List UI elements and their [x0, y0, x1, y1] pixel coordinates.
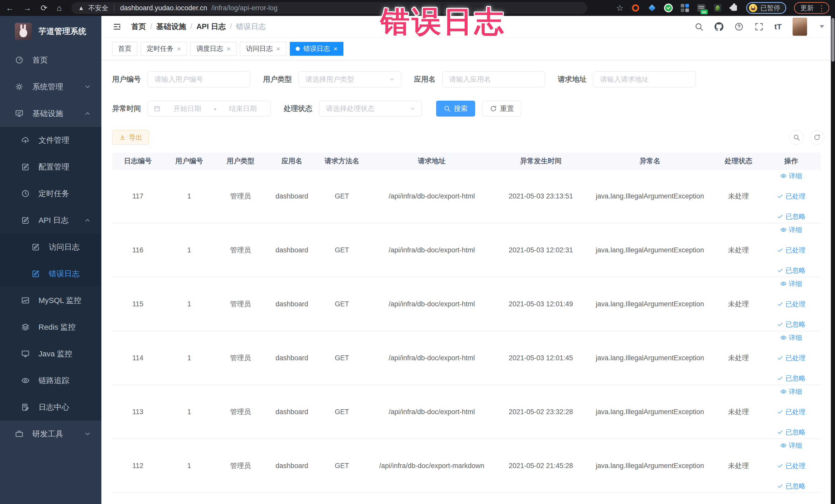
sidebar-item-redis-monitor[interactable]: Redis 监控 — [0, 314, 101, 340]
detail-label: 详细 — [789, 441, 802, 450]
user-id-input[interactable] — [148, 72, 250, 87]
extension-green-check-icon[interactable] — [664, 4, 673, 12]
reset-button[interactable]: 重置 — [482, 101, 521, 117]
sidebar-item-access-log[interactable]: 访问日志 — [0, 234, 101, 260]
extension-gem-icon[interactable] — [648, 4, 656, 12]
process-status-select[interactable]: 请选择处理状态 — [319, 101, 422, 117]
address-bar[interactable]: ▲ 不安全 dashboard.yudao.iocoder.cn/infra/l… — [72, 2, 587, 14]
user-avatar[interactable] — [792, 18, 807, 36]
tab-access-log[interactable]: 访问日志 — [240, 42, 286, 56]
processed-link[interactable]: 已处理 — [777, 407, 806, 417]
collapse-sidebar-icon[interactable] — [112, 22, 122, 32]
forward-icon[interactable]: → — [23, 3, 31, 13]
cell-method: GET — [318, 462, 366, 470]
avatar-caret-icon[interactable] — [820, 25, 824, 28]
chevron-down-icon — [84, 430, 91, 438]
date-range-picker[interactable]: 开始日期 - 结束日期 — [148, 101, 271, 117]
sidebar-item-api-log[interactable]: API 日志 — [0, 207, 101, 234]
processed-label: 已处理 — [786, 354, 806, 363]
breadcrumb-item[interactable]: 基础设施 — [156, 22, 186, 32]
close-icon[interactable] — [334, 45, 338, 52]
detail-link[interactable]: 详细 — [780, 172, 802, 181]
close-icon[interactable] — [227, 45, 230, 52]
security-label[interactable]: 不安全 — [88, 4, 108, 13]
back-icon[interactable]: ← — [6, 3, 14, 13]
reload-icon[interactable]: ⟳ — [41, 3, 47, 13]
date-end-placeholder[interactable]: 结束日期 — [221, 104, 265, 113]
ignored-link[interactable]: 已忽略 — [777, 320, 806, 329]
bookmark-star-icon[interactable]: ☆ — [616, 3, 624, 13]
ignored-link[interactable]: 已忽略 — [777, 428, 806, 437]
extension-orange-icon[interactable] — [631, 4, 640, 12]
col-header-user-type: 用户类型 — [215, 156, 266, 166]
help-icon[interactable] — [734, 22, 744, 31]
request-url-input[interactable] — [593, 72, 696, 87]
detail-link[interactable]: 详细 — [780, 333, 802, 342]
export-button[interactable]: 导出 — [112, 130, 149, 145]
detail-link[interactable]: 详细 — [780, 225, 802, 235]
search-button[interactable]: 搜索 — [436, 101, 475, 117]
processed-link[interactable]: 已处理 — [777, 300, 806, 309]
filter-label: 处理状态 — [284, 104, 312, 114]
sidebar-logo[interactable]: 芋道管理系统 — [0, 16, 101, 47]
font-size-icon[interactable] — [774, 22, 781, 31]
chevron-up-icon — [84, 110, 91, 117]
extensions-puzzle-icon[interactable] — [730, 4, 738, 12]
detail-link[interactable]: 详细 — [780, 441, 802, 450]
sidebar-item-config-management[interactable]: 配置管理 — [0, 154, 101, 180]
paused-label: 已暂停 — [760, 4, 780, 13]
sidebar-item-file-management[interactable]: 文件管理 — [0, 127, 101, 154]
sidebar-item-mysql-monitor[interactable]: MySQL 监控 — [0, 287, 101, 314]
date-start-placeholder[interactable]: 开始日期 — [165, 104, 209, 113]
sidebar-item-java-monitor[interactable]: Java 监控 — [0, 340, 101, 367]
sidebar-item-scheduled-tasks[interactable]: 定时任务 — [0, 180, 101, 207]
page-scrollbar[interactable] — [830, 16, 835, 504]
table-row: 117 1 管理员 dashboard GET /api/infra/db-do… — [112, 169, 821, 223]
sidebar-item-system-management[interactable]: 系统管理 — [0, 74, 101, 100]
processed-link[interactable]: 已处理 — [777, 354, 806, 363]
date-separator: - — [214, 105, 217, 113]
refresh-table-button[interactable] — [810, 130, 824, 144]
search-icon[interactable] — [694, 22, 704, 31]
tab-error-log[interactable]: 错误日志 — [290, 42, 343, 56]
profile-paused-badge[interactable]: 已暂停 — [746, 2, 786, 14]
tab-schedule-log[interactable]: 调度日志 — [190, 42, 237, 56]
eye-icon — [780, 173, 787, 179]
processed-link[interactable]: 已处理 — [777, 246, 806, 255]
tab-home[interactable]: 首页 — [112, 42, 137, 56]
sidebar-item-infrastructure[interactable]: 基础设施 — [0, 100, 101, 127]
ignored-link[interactable]: 已忽略 — [777, 482, 806, 491]
close-icon[interactable] — [177, 45, 181, 52]
table-tools — [789, 130, 824, 144]
app-name-input[interactable] — [442, 72, 545, 87]
ignored-label: 已忽略 — [786, 374, 806, 383]
github-icon[interactable] — [714, 22, 724, 31]
extension-leaf-icon[interactable] — [713, 4, 722, 12]
sidebar-item-home[interactable]: 首页 — [0, 47, 101, 74]
detail-link[interactable]: 详细 — [780, 279, 802, 288]
user-type-select[interactable]: 请选择用户类型 — [299, 72, 401, 87]
sidebar-item-error-log[interactable]: 错误日志 — [0, 260, 101, 287]
scrollbar-thumb[interactable] — [831, 18, 834, 62]
ignored-link[interactable]: 已忽略 — [777, 374, 806, 383]
browser-menu-kebab-icon[interactable]: ⋮ — [818, 4, 826, 13]
extension-grid-icon[interactable] — [680, 4, 689, 12]
cell-log-id: 114 — [112, 354, 163, 362]
toggle-search-button[interactable] — [789, 130, 804, 144]
home-icon[interactable]: ⌂ — [57, 3, 62, 13]
close-icon[interactable] — [276, 45, 280, 52]
breadcrumb-item[interactable]: 首页 — [131, 22, 146, 32]
browser-update-button[interactable]: 更新 ⋮ — [794, 2, 829, 14]
breadcrumb-item[interactable]: API 日志 — [196, 22, 226, 32]
ignored-link[interactable]: 已忽略 — [777, 266, 806, 275]
sidebar-item-log-center[interactable]: 日志中心 — [0, 394, 101, 421]
processed-link[interactable]: 已处理 — [777, 192, 806, 201]
tab-scheduled-tasks[interactable]: 定时任务 — [141, 42, 187, 56]
extension-on-badge-icon[interactable]: on — [697, 4, 706, 12]
processed-link[interactable]: 已处理 — [777, 461, 806, 470]
detail-link[interactable]: 详细 — [780, 387, 802, 396]
ignored-link[interactable]: 已忽略 — [777, 212, 806, 221]
fullscreen-icon[interactable] — [754, 22, 763, 31]
sidebar-item-dev-tools[interactable]: 研发工具 — [0, 421, 101, 447]
sidebar-item-trace[interactable]: 链路追踪 — [0, 367, 101, 394]
